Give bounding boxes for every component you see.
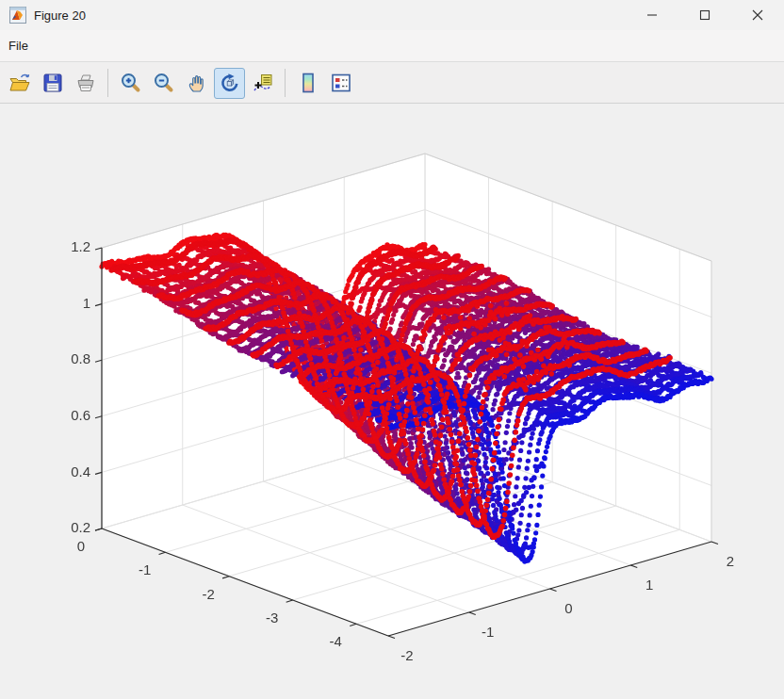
printer-icon — [74, 72, 97, 94]
open-folder-icon — [8, 72, 31, 94]
colorbar-icon — [297, 72, 319, 94]
close-icon — [752, 9, 763, 21]
window-title: Figure 20 — [34, 8, 86, 23]
pan-button[interactable] — [181, 68, 212, 99]
minimize-button[interactable] — [626, 0, 678, 30]
maximize-button[interactable] — [678, 0, 731, 30]
menu-file[interactable]: File — [0, 35, 37, 57]
close-button[interactable] — [731, 0, 784, 30]
toolbar-separator — [107, 69, 108, 97]
insert-colorbar-button[interactable] — [292, 68, 323, 99]
data-cursor-button[interactable] — [247, 68, 278, 99]
figure-background — [0, 104, 784, 699]
toolbar-separator — [285, 69, 286, 97]
pan-hand-icon — [186, 72, 208, 94]
save-floppy-icon — [41, 72, 64, 94]
maximize-icon — [699, 9, 710, 21]
menu-bar: File — [0, 30, 784, 62]
zoom-in-button[interactable] — [115, 68, 146, 99]
figure-toolbar — [0, 63, 784, 104]
zoom-in-icon — [120, 72, 142, 94]
rotate-3d-button[interactable] — [214, 68, 245, 99]
save-figure-button[interactable] — [37, 68, 68, 99]
rotate-3d-icon — [219, 72, 241, 94]
window-controls — [626, 0, 784, 30]
zoom-out-button[interactable] — [148, 68, 179, 99]
legend-icon — [330, 72, 352, 94]
matlab-figure-icon — [9, 7, 26, 24]
insert-legend-button[interactable] — [325, 68, 356, 99]
print-figure-button[interactable] — [70, 68, 101, 99]
minimize-icon — [646, 9, 658, 21]
title-bar: Figure 20 — [0, 0, 784, 30]
open-file-button[interactable] — [4, 68, 35, 99]
data-cursor-icon — [252, 72, 274, 94]
zoom-out-icon — [153, 72, 175, 94]
